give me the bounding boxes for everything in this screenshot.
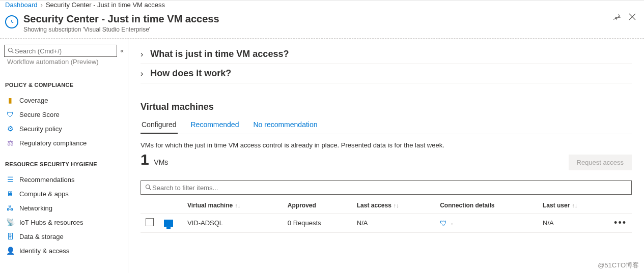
- vm-count-label: VMs: [154, 158, 168, 166]
- sidebar-item-workflow-automation[interactable]: Workflow automation (Preview): [4, 56, 124, 68]
- tab-recommended[interactable]: Recommended: [190, 116, 240, 134]
- sort-icon: ↑↓: [394, 202, 399, 208]
- page-subtitle: Showing subscription 'Visual Studio Ente…: [23, 26, 219, 33]
- clock-icon: [5, 15, 18, 28]
- filter-input[interactable]: [151, 184, 627, 192]
- sort-icon: ↑↓: [572, 202, 577, 208]
- storage-icon: 🗄: [6, 232, 14, 240]
- vm-table: Virtual machine↑↓ Approved Last access↑↓…: [141, 198, 632, 233]
- main-content: › What is just in time VM access? › How …: [128, 39, 644, 273]
- tab-no-recommendation[interactable]: No recommendation: [252, 116, 318, 134]
- page-title: Security Center - Just in time VM access: [23, 13, 219, 25]
- sidebar-item-networking[interactable]: 🖧 Networking: [4, 201, 124, 215]
- watermark: @51CTO博客: [598, 261, 639, 270]
- shield-icon: 🛡: [440, 219, 447, 227]
- sidebar-item-label: Networking: [19, 204, 52, 212]
- cell-approved: 0 Requests: [283, 214, 352, 233]
- col-virtual-machine[interactable]: Virtual machine↑↓: [182, 198, 283, 214]
- sidebar-item-regulatory-compliance[interactable]: ⚖ Regulatory compliance: [4, 136, 124, 150]
- sidebar-item-label: Regulatory compliance: [19, 139, 87, 147]
- sidebar: « Workflow automation (Preview) POLICY &…: [0, 39, 128, 273]
- coverage-icon: ▮: [6, 96, 14, 104]
- gavel-icon: ⚖: [6, 139, 14, 147]
- vm-filter[interactable]: [141, 180, 632, 195]
- tab-configured[interactable]: Configured: [141, 116, 178, 134]
- sidebar-item-label: Coverage: [19, 97, 48, 104]
- vm-section-title: Virtual machines: [141, 102, 632, 112]
- breadcrumb: Dashboard › Security Center - Just in ti…: [0, 0, 644, 9]
- sidebar-item-iot-hubs[interactable]: 📡 IoT Hubs & resources: [4, 215, 124, 229]
- network-icon: 🖧: [6, 204, 14, 212]
- col-last-access[interactable]: Last access↑↓: [352, 198, 435, 214]
- table-row[interactable]: VID-ADSQL 0 Requests N/A 🛡 - N/A •••: [141, 214, 632, 233]
- page-header: Security Center - Just in time VM access…: [0, 9, 644, 39]
- expander-what-is[interactable]: › What is just in time VM access?: [141, 45, 632, 64]
- iot-icon: 📡: [6, 218, 14, 226]
- sidebar-item-compute-apps[interactable]: 🖥 Compute & apps: [4, 187, 124, 201]
- tab-description: VMs for which the just in time VM access…: [141, 141, 632, 149]
- cell-vm-name: VID-ADSQL: [182, 214, 283, 233]
- list-icon: ☰: [6, 175, 14, 184]
- row-checkbox[interactable]: [146, 218, 154, 226]
- shield-icon: 🛡: [6, 110, 14, 118]
- col-last-user[interactable]: Last user↑↓: [538, 198, 609, 214]
- cell-last-access: N/A: [352, 214, 435, 233]
- search-input[interactable]: [14, 47, 114, 55]
- vm-tabs: Configured Recommended No recommendation: [141, 116, 632, 134]
- sidebar-item-data-storage[interactable]: 🗄 Data & storage: [4, 229, 124, 244]
- pin-icon[interactable]: [613, 13, 621, 22]
- col-approved[interactable]: Approved: [283, 198, 352, 214]
- sidebar-section-hygiene: RESOURCE SECURITY HYGIENE: [4, 161, 124, 167]
- svg-point-0: [9, 48, 13, 52]
- chevron-right-icon: ›: [141, 50, 143, 59]
- sort-icon: ↑↓: [235, 202, 240, 208]
- vm-icon: [164, 220, 173, 227]
- sidebar-item-identity-access[interactable]: 👤 Identity & access: [4, 244, 124, 258]
- breadcrumb-root[interactable]: Dashboard: [5, 1, 38, 9]
- vm-count-number: 1: [141, 151, 149, 168]
- expander-label: How does it work?: [150, 68, 231, 79]
- search-icon: [145, 184, 151, 192]
- sidebar-section-policy: POLICY & COMPLIANCE: [4, 82, 124, 88]
- close-icon[interactable]: [629, 13, 636, 22]
- chevron-right-icon: ›: [41, 1, 43, 9]
- sidebar-item-coverage[interactable]: ▮ Coverage: [4, 93, 124, 107]
- expander-label: What is just in time VM access?: [150, 49, 289, 59]
- sidebar-item-label: Compute & apps: [19, 190, 69, 198]
- cell-last-user: N/A: [538, 214, 609, 233]
- request-access-button[interactable]: Request access: [569, 155, 632, 170]
- compute-icon: 🖥: [6, 190, 14, 198]
- sidebar-item-label: Recommendations: [19, 176, 74, 184]
- sidebar-item-recommendations[interactable]: ☰ Recommendations: [4, 172, 124, 187]
- sidebar-search[interactable]: [4, 45, 117, 57]
- sidebar-item-label: IoT Hubs & resources: [19, 219, 83, 226]
- policy-gear-icon: ⚙: [6, 125, 14, 133]
- collapse-sidebar-icon[interactable]: «: [120, 47, 124, 54]
- row-more-icon[interactable]: •••: [614, 218, 627, 228]
- chevron-right-icon: ›: [141, 69, 143, 78]
- breadcrumb-current: Security Center - Just in time VM access: [46, 1, 165, 9]
- sidebar-item-secure-score[interactable]: 🛡 Secure Score: [4, 107, 124, 122]
- sidebar-item-label: Data & storage: [19, 233, 64, 240]
- sidebar-item-security-policy[interactable]: ⚙ Security policy: [4, 122, 124, 136]
- expander-how-it-works[interactable]: › How does it work?: [141, 64, 632, 83]
- col-connection-details[interactable]: Connection details: [435, 198, 538, 214]
- sidebar-item-label: Identity & access: [19, 247, 69, 255]
- identity-icon: 👤: [6, 247, 14, 255]
- cell-connection-details: 🛡 -: [435, 214, 538, 233]
- svg-point-1: [146, 185, 150, 189]
- search-icon: [8, 47, 14, 55]
- sidebar-item-label: Security policy: [19, 125, 62, 133]
- sidebar-item-label: Secure Score: [19, 111, 60, 118]
